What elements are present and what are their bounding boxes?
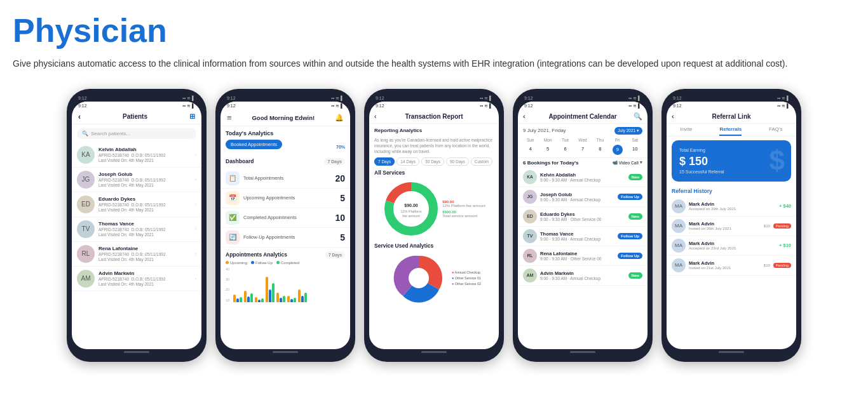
- cal-day-4[interactable]: 4: [522, 145, 539, 155]
- patient-item-0[interactable]: KA Kelvin Abdallah APRID-521B740 D.O.B: …: [72, 143, 201, 168]
- booking-item-3[interactable]: TV Thomas Vance 9:00 - 9:30 AM · Annual …: [518, 227, 648, 246]
- metric-label-total: Total Appointments: [243, 175, 331, 181]
- filter-7days[interactable]: 7 Days: [374, 157, 395, 166]
- cal-month-btn[interactable]: July 2021 ▾: [614, 127, 642, 135]
- ref-info-3: Mark Advin Invited on 21st July 2021: [689, 260, 761, 270]
- day-sun: Sun: [522, 138, 539, 142]
- cal-day-6[interactable]: 6: [557, 145, 574, 155]
- patient-details-4: APRID-521B740 D.O.B: 05/11/1992: [98, 252, 191, 256]
- ref-avatar-0: MA: [672, 199, 686, 213]
- search-icon-4[interactable]: 🔍: [634, 112, 642, 121]
- ref-name-0: Mark Advin: [689, 201, 776, 207]
- bar-followup-1: [247, 296, 250, 302]
- time-4: 9:12: [524, 103, 533, 109]
- patient-details-3: APRID-521B740 D.O.B: 05/11/1992: [98, 227, 191, 232]
- bar-followup-6: [301, 296, 304, 302]
- booking-name-5: Advin Markwin: [540, 270, 625, 276]
- badge-0: New: [628, 174, 642, 180]
- referral-item-1[interactable]: MA Mark Advin Invited on 26th July 2021 …: [667, 216, 796, 236]
- patient-info-2: Eduardo Dykes APRID-521B740 D.O.B: 05/11…: [98, 196, 191, 212]
- cal-day-8[interactable]: 8: [592, 145, 609, 155]
- filter-90days[interactable]: 90 Days: [446, 157, 469, 166]
- referral-item-0[interactable]: MA Mark Advin Accepted on 29th July 2021…: [667, 197, 796, 216]
- referral-header: ‹ Referral Link: [667, 110, 796, 124]
- patient-item-4[interactable]: RL Rena Lafontaine APRID-521B740 D.O.B: …: [72, 242, 201, 267]
- patient-item-1[interactable]: JG Joseph Golub APRID-521B740 D.O.B: 05/…: [72, 168, 201, 192]
- day-sat: Sat: [627, 138, 644, 142]
- booking-item-1[interactable]: JG Joseph Golub 9:00 - 9:30 AM · Annual …: [518, 187, 648, 207]
- patient-item-3[interactable]: TV Thomas Vance APRID-521B740 D.O.B: 05/…: [72, 217, 201, 242]
- bell-icon-2[interactable]: 🔔: [335, 114, 344, 122]
- booking-info-5: Advin Markwin 9:00 - 9:30 AM · Annual Ch…: [540, 270, 625, 281]
- analytics-title: Today's Analytics: [226, 130, 345, 136]
- cal-day-9-today[interactable]: 9: [613, 145, 623, 155]
- time-5: 9:12: [673, 103, 682, 109]
- service-analytics-title: Service Used Analytics: [369, 240, 499, 250]
- booking-item-2[interactable]: ED Eduardo Dykes 9:00 - 9:30 AM · Other …: [518, 207, 648, 227]
- bar-group-1: [244, 291, 253, 302]
- booking-name-1: Joseph Golub: [540, 192, 614, 197]
- back-icon-5[interactable]: ‹: [672, 112, 674, 120]
- donut-legend-1: $90.0012% Platform fee amount: [442, 200, 485, 208]
- patient-search-bar[interactable]: 🔍 Search patients...: [77, 128, 196, 139]
- ref-amount-2: + $10: [779, 243, 791, 248]
- grid-icon-1[interactable]: ⊞: [189, 112, 195, 121]
- ref-tab-invite[interactable]: Invite: [680, 126, 692, 136]
- phone-notch-1: [119, 96, 151, 101]
- booked-tab[interactable]: Booked Appointments: [226, 140, 282, 149]
- back-icon-3[interactable]: ‹: [374, 112, 377, 120]
- screen-referral: 9:12 ▪▪ ≋ ▌ ‹ Referral Link Invite Refer…: [667, 102, 796, 349]
- patient-item-2[interactable]: ED Eduardo Dykes APRID-521B740 D.O.B: 05…: [72, 192, 201, 217]
- bar-upcoming-4: [276, 293, 279, 302]
- booking-item-4[interactable]: RL Rena Lafontaine 9:00 - 9:30 AM · Othe…: [518, 246, 648, 266]
- back-icon-1[interactable]: ‹: [78, 112, 81, 121]
- dashboard-days[interactable]: 7 Days: [324, 158, 345, 165]
- cal-day-5[interactable]: 5: [539, 145, 556, 155]
- booking-item-0[interactable]: KA Kelvin Abdallah 9:00 - 9:30 AM · Annu…: [518, 168, 648, 187]
- booking-name-2: Eduardo Dykes: [540, 211, 625, 217]
- ref-tab-referrals[interactable]: Referrals: [719, 126, 742, 136]
- booking-avatar-0: KA: [523, 170, 537, 184]
- reporting-desc: As long as you're Canadian-licensed and …: [369, 137, 499, 157]
- referral-item-2[interactable]: MA Mark Advin Accepted on 23rd July 2021…: [667, 236, 796, 256]
- cal-day-10[interactable]: 10: [627, 145, 644, 155]
- status-time-5: 9:12: [673, 96, 682, 100]
- avatar-0: KA: [77, 146, 95, 164]
- menu-icon-2[interactable]: ≡: [227, 113, 232, 123]
- metric-label-upcoming: Upcoming Appointments: [243, 195, 336, 201]
- filter-14days[interactable]: 14 Days: [397, 157, 419, 166]
- time-2: 9:12: [227, 103, 236, 109]
- status-time-4: 9:12: [524, 96, 533, 100]
- patient-details-1: APRID-521B740 D.O.B: 05/11/1992: [98, 178, 191, 182]
- referral-item-3[interactable]: MA Mark Advin Invited on 21st July 2021 …: [667, 256, 796, 276]
- phone-top-bar: 9:12 ▪▪ ≋ ▌: [72, 95, 201, 102]
- cal-days-header: Sun Mon Tue Wed Thu Fri Sat: [518, 136, 648, 143]
- booked-pct: 70%: [336, 145, 345, 149]
- phone-transaction: 9:12 ▪▪ ≋ ▌ 9:12 ▪▪ ≋ ▌ ‹ Transaction Re…: [364, 89, 504, 362]
- phone-dashboard: 9:12 ▪▪ ≋ ▌ 9:12 ▪▪ ≋ ▌ ≡ Good Morning E…: [215, 89, 355, 362]
- patient-item-5[interactable]: AM Advin Markwin APRID-521B740 D.O.B: 05…: [72, 267, 201, 291]
- booking-name-0: Kelvin Abdallah: [540, 172, 625, 178]
- badge-1: Follow Up: [618, 194, 642, 200]
- referral-banner: $ Total Earning $ 150 15 Successful Refe…: [672, 140, 791, 182]
- dashboard-top-header: ≡ Good Morning Edwin! 🔔: [220, 110, 350, 126]
- bar-followup-2: [258, 300, 261, 302]
- status-bar-4: 9:12 ▪▪ ≋ ▌: [518, 102, 648, 110]
- filter-30days[interactable]: 30 Days: [421, 157, 444, 166]
- video-call-btn[interactable]: 📹 Video Call ▾: [613, 160, 642, 165]
- metric-icon-followup: 🔄: [226, 230, 240, 244]
- cal-day-7[interactable]: 7: [574, 145, 591, 155]
- ref-pending-1: $10: [764, 224, 770, 228]
- ref-amount-0: + $40: [779, 203, 791, 209]
- signal-icons-3: ▪▪ ≋ ▌: [480, 103, 492, 109]
- back-icon-4[interactable]: ‹: [523, 112, 526, 120]
- booking-info-1: Joseph Golub 9:00 - 9:30 AM · Annual Che…: [540, 192, 614, 202]
- bar-completed-4: [283, 296, 285, 302]
- booking-item-5[interactable]: AM Advin Markwin 9:00 - 9:30 AM · Annual…: [518, 266, 648, 286]
- avatar-1: JG: [77, 171, 95, 189]
- booking-time-4: 9:00 - 9:30 AM · Other Service 00: [540, 256, 614, 261]
- bar-upcoming-2: [255, 297, 257, 302]
- patient-details-2: APRID-521B740 D.O.B: 05/11/1992: [98, 203, 191, 207]
- filter-custom[interactable]: Custom: [471, 157, 492, 166]
- ref-tab-faqs[interactable]: FAQ's: [769, 126, 783, 136]
